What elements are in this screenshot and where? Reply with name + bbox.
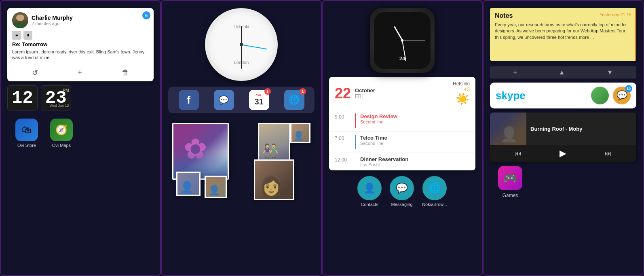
music-prev-button[interactable]: ⏮	[515, 149, 522, 158]
clock-center	[240, 43, 243, 46]
photo-person: 👩	[254, 159, 294, 200]
messaging-icon[interactable]: 💬	[214, 90, 234, 110]
sender-name: Charlie Murphy	[32, 15, 73, 21]
avatar	[12, 12, 28, 28]
notes-down-button[interactable]: ▼	[607, 69, 613, 76]
skype-avatar	[591, 87, 609, 104]
browser-badge: 1	[300, 88, 306, 95]
cal-event-2[interactable]: 7:00 Telco Time Second line	[329, 132, 475, 153]
clock-hour-hand	[241, 26, 242, 45]
dark-analog-clock: 24	[370, 8, 435, 73]
email-delete-button[interactable]: 🗑	[122, 68, 129, 77]
chat-badge: 10	[625, 85, 632, 92]
notes-add-button[interactable]: +	[513, 69, 517, 76]
notes-title: Notes	[495, 12, 513, 19]
facebook-icon[interactable]: f	[179, 90, 199, 110]
skype-widget[interactable]: skype 💬 10	[490, 83, 636, 108]
cal-time-3: 12:00	[335, 156, 351, 163]
music-title: Burning Roof - Moby	[530, 126, 632, 132]
email-badge: 6	[142, 11, 150, 19]
cal-time-1: 9:00	[335, 113, 351, 120]
photo-couple: 👫	[258, 123, 290, 161]
flip-minute: 23 PM Wed Jan 12	[41, 85, 71, 110]
contacts-icon: 👤	[357, 176, 382, 200]
music-play-button[interactable]: ▶	[560, 148, 566, 159]
cal-city: Helsinki	[453, 81, 470, 87]
cal-weekday: FRI	[355, 93, 375, 99]
skype-logo: skype	[496, 89, 526, 102]
photo-collage[interactable]: 👫 👤 👩 👤 👤	[168, 119, 315, 200]
browser-app[interactable]: 🌐 NokiaBrow...	[422, 176, 447, 207]
cal-bar-2	[355, 135, 356, 149]
photo-small1: 👤	[290, 123, 310, 143]
cal-temp: +2	[464, 87, 470, 92]
email-widget[interactable]: 6 Charlie Murphy 2 minutes ago ⏮ ⏸ Re: T…	[7, 8, 154, 81]
dark-second-hand	[402, 40, 425, 41]
panel-1: 6 Charlie Murphy 2 minutes ago ⏮ ⏸ Re: T…	[0, 0, 161, 276]
photo-small3: 👤	[205, 176, 227, 198]
ovi-maps-icon[interactable]: 🧭 Ovi Maps	[50, 119, 73, 148]
email-undo-button[interactable]: ↺	[32, 68, 38, 77]
contacts-label: Contacts	[361, 202, 378, 207]
music-info: Burning Roof - Moby	[526, 113, 636, 145]
music-next-button[interactable]: ⏭	[604, 149, 612, 158]
contacts-app[interactable]: 👤 Contacts	[357, 176, 382, 207]
app-icons-row: 🛍 Ovi Store 🧭 Ovi Maps	[7, 115, 154, 152]
dark-clock-center	[401, 39, 403, 42]
notes-date: Yesterday 21:15	[600, 12, 631, 19]
photo-flower	[172, 123, 229, 180]
calendar-widget: 22 October FRI Helsinki +2 ☀️ 9:00	[329, 77, 475, 170]
panel-3: 24 22 October FRI Helsinki	[322, 0, 483, 276]
analog-clock: Helsinki London	[205, 8, 278, 81]
browser-icon-img: 🌐	[422, 176, 447, 200]
messaging-label: Messaging	[391, 202, 413, 207]
notes-up-button[interactable]: ▲	[559, 69, 565, 76]
messaging-app[interactable]: 💬 Messaging	[390, 176, 414, 207]
clock-second-hand	[241, 44, 267, 49]
notes-actions-bar: + ▲ ▼	[490, 66, 636, 79]
browser-label: NokiaBrow...	[422, 202, 447, 207]
messaging-icon-img: 💬	[390, 176, 414, 200]
email-add-button[interactable]: +	[78, 68, 82, 77]
email-ctrl-1: ⏮	[12, 31, 21, 40]
email-subject: Re: Tomorrow	[12, 41, 149, 47]
cal-event-1[interactable]: 9:00 Design Review Second line	[329, 110, 475, 132]
cal-bar-1	[355, 113, 356, 128]
cal-event-subtitle-1: Second line	[360, 119, 397, 124]
cal-event-title-1: Design Review	[360, 113, 397, 119]
weather-icon: ☀️	[456, 92, 470, 106]
cal-event-subtitle-2: Second line	[360, 141, 387, 146]
cal-event-3[interactable]: 12:00 Dinner Reservation Itsu Sushi	[329, 153, 475, 170]
calendar-icon[interactable]: CAL 31 1	[249, 90, 269, 110]
music-widget: Burning Roof - Moby ⏮ ▶ ⏭	[490, 113, 636, 162]
browser-icon[interactable]: 🌐 1	[284, 90, 304, 110]
cal-event-title-3: Dinner Reservation	[360, 156, 408, 162]
panel-4: Notes Yesterday 21:15 Every year, our re…	[483, 0, 644, 276]
ovi-maps-img: 🧭	[50, 119, 73, 141]
panel-2: Helsinki London f 💬 CAL 31	[161, 0, 322, 276]
notes-body: Every year, our research turns us to wha…	[495, 22, 631, 40]
flip-clock: 12 23 PM Wed Jan 12	[7, 85, 154, 110]
email-ctrl-2: ⏸	[23, 31, 32, 40]
bottom-app-bar: 👤 Contacts 💬 Messaging 🌐 NokiaBrow...	[357, 176, 447, 207]
sender-time: 2 minutes ago	[32, 21, 73, 26]
social-bar: f 💬 CAL 31 1 🌐 1	[168, 87, 315, 113]
calendar-badge: 1	[264, 88, 271, 95]
cal-event-title-2: Telco Time	[360, 135, 387, 141]
ovi-store-label: Ovi Store	[17, 143, 36, 148]
album-art	[490, 113, 526, 145]
email-body: Lorem ipsum . dorem ready, river this ex…	[12, 49, 149, 61]
chat-bubble-widget: 💬 10	[613, 87, 631, 104]
cal-event-subtitle-3: Itsu Sushi	[360, 162, 408, 167]
dark-clock-face: 24	[374, 12, 431, 69]
flip-date: Wed Jan 12	[50, 104, 69, 108]
cal-date: 22	[335, 86, 351, 101]
clock-face: Helsinki London	[209, 12, 274, 77]
notes-accent-bar	[635, 8, 636, 61]
photo-small2: 👤	[176, 172, 201, 196]
games-icon: 🎮	[498, 166, 522, 190]
dark-hour-hand	[394, 26, 403, 41]
games-app[interactable]: 🎮 Games	[498, 166, 522, 198]
ovi-store-icon[interactable]: 🛍 Ovi Store	[15, 119, 38, 148]
flip-ampm: PM	[63, 88, 69, 93]
